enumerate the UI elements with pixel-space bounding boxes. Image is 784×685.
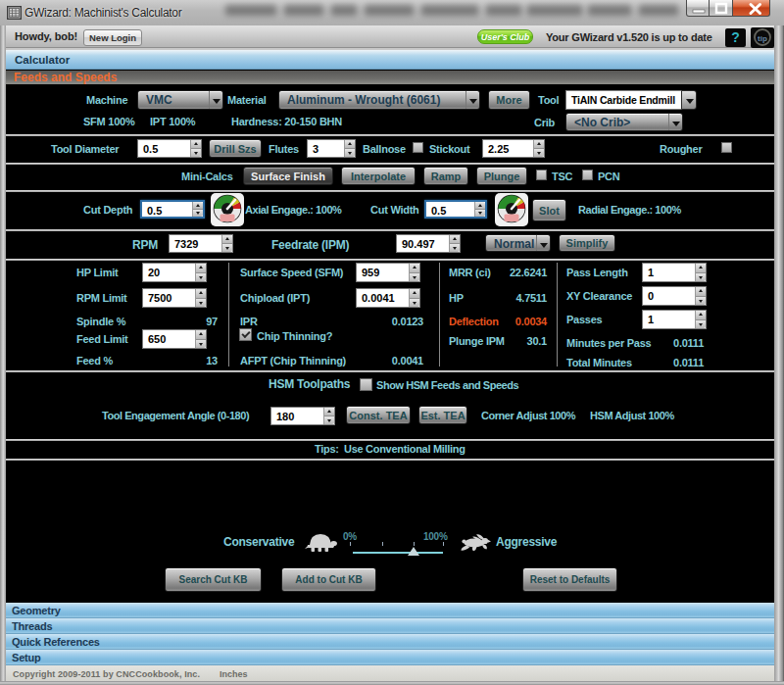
svg-text:tip: tip (758, 34, 767, 43)
